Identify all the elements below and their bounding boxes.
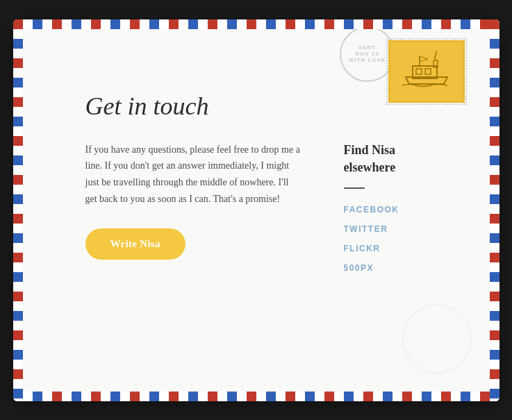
list-item: FACEBOOK (344, 203, 455, 215)
stripe-left (13, 19, 23, 401)
stripe-right (490, 19, 499, 401)
list-item: FLICKR (344, 242, 455, 254)
left-column: If you have any questions, please feel f… (85, 142, 302, 364)
facebook-link[interactable]: FACEBOOK (344, 205, 399, 215)
page-title: Get in touch (85, 92, 455, 121)
envelope-wrapper: SENT NOV 10 WITH LOVE (0, 0, 512, 420)
flickr-link[interactable]: FLICKR (344, 244, 381, 253)
stripe-bottom (13, 392, 499, 401)
find-heading-line1: Find Nisa (344, 143, 396, 157)
body-text: If you have any questions, please feel f… (85, 142, 302, 208)
list-item: 500PX (344, 261, 455, 274)
find-heading: Find Nisa elsewhere (344, 142, 455, 176)
write-button[interactable]: Write Nisa (85, 228, 185, 260)
500px-link[interactable]: 500PX (344, 263, 374, 273)
main-columns: If you have any questions, please feel f… (85, 142, 455, 364)
stripe-top (13, 19, 499, 29)
divider (344, 187, 365, 189)
envelope: SENT NOV 10 WITH LOVE (13, 19, 499, 401)
twitter-link[interactable]: TWITTER (344, 224, 388, 234)
social-links: FACEBOOK TWITTER FLICKR 500PX (344, 203, 455, 274)
watermark-circle (402, 304, 472, 373)
find-heading-line2: elsewhere (344, 160, 396, 174)
list-item: TWITTER (344, 222, 455, 235)
